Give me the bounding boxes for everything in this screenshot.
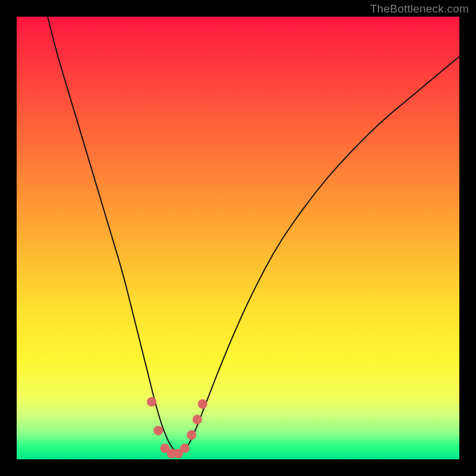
marker-point xyxy=(198,399,207,409)
marker-point xyxy=(154,426,163,436)
marker-point xyxy=(147,397,156,406)
outer-frame: TheBottleneck.com xyxy=(0,0,476,476)
marker-point xyxy=(187,430,196,440)
chart-svg xyxy=(17,17,459,459)
watermark-text: TheBottleneck.com xyxy=(370,2,469,15)
plot-area xyxy=(17,17,459,459)
bottleneck-curve xyxy=(48,17,459,453)
marker-point xyxy=(193,415,202,424)
marker-point xyxy=(180,443,190,453)
